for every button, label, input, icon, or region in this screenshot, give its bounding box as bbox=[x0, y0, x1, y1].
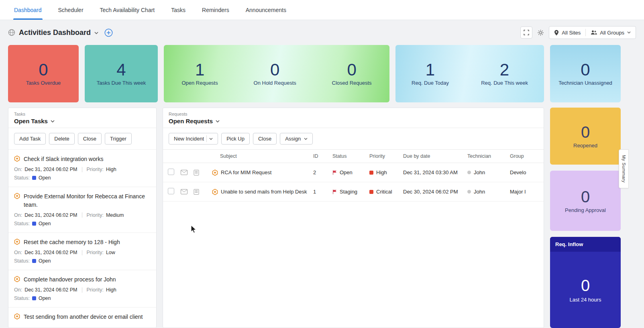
technician-column-header[interactable]: Technician bbox=[465, 150, 507, 163]
on-label: On: bbox=[14, 287, 22, 293]
open-requests-value: 1 bbox=[195, 61, 204, 78]
subject-column-header[interactable]: Subject bbox=[210, 150, 311, 163]
request-id: 1 bbox=[311, 182, 330, 202]
row-checkbox[interactable] bbox=[168, 169, 174, 175]
header-actions: All Sites All Groups bbox=[520, 26, 636, 39]
request-group: Major I bbox=[507, 182, 544, 202]
mail-icon[interactable] bbox=[181, 189, 189, 194]
request-row[interactable]: RCA for MIM Request 2 Open High bbox=[163, 163, 544, 182]
priority-column-header[interactable]: Priority bbox=[367, 150, 401, 163]
mail-icon[interactable] bbox=[181, 170, 189, 175]
add-dashboard-button[interactable] bbox=[104, 29, 113, 37]
req-due-week-label: Req. Due This week bbox=[481, 80, 528, 86]
status-open-icon bbox=[32, 176, 36, 180]
reopened-value: 0 bbox=[581, 124, 590, 140]
all-groups-filter[interactable]: All Groups bbox=[586, 26, 636, 39]
task-icon bbox=[14, 238, 20, 245]
settings-gear-icon[interactable] bbox=[537, 29, 544, 36]
task-title: Reset the cache memory to 128 - High bbox=[24, 238, 120, 246]
group-column-header[interactable]: Group bbox=[507, 150, 544, 163]
open-requests-label: Open Requests bbox=[181, 80, 218, 86]
task-date: Dec 31, 2024 06:02 PM bbox=[24, 212, 77, 218]
page-title: Activities Dashboard bbox=[19, 29, 91, 37]
stat-onhold-requests[interactable]: 0 On Hold Requests bbox=[236, 61, 314, 86]
tasks-overdue-label: Tasks Overdue bbox=[26, 80, 61, 86]
task-icon bbox=[14, 193, 20, 199]
task-item[interactable]: Provide External Monitor for Rebecca at … bbox=[8, 187, 156, 232]
due-column-header[interactable]: Due by date bbox=[401, 150, 465, 163]
task-item[interactable]: Complete handover process for John On: D… bbox=[8, 270, 156, 307]
request-row[interactable]: Unable to send mails from Help Desk 1 St… bbox=[163, 182, 544, 202]
stat-card-reopened[interactable]: 0 Reopened bbox=[550, 108, 621, 165]
stat-closed-requests[interactable]: 0 Closed Requests bbox=[314, 61, 389, 86]
stat-card-requests-due[interactable]: 1 Req. Due Today 2 Req. Due This week bbox=[395, 45, 544, 102]
all-sites-filter[interactable]: All Sites bbox=[549, 26, 585, 39]
add-task-button[interactable]: Add Task bbox=[14, 133, 46, 145]
priority-icon bbox=[369, 190, 373, 194]
mail-column-header bbox=[178, 150, 191, 163]
request-subject[interactable]: Unable to send mails from Help Desk bbox=[221, 189, 307, 195]
task-status-value: Open bbox=[39, 221, 51, 226]
stat-card-pending-approval[interactable]: 0 Pending Approval bbox=[550, 171, 621, 231]
requests-panel-title-dropdown[interactable]: Open Requests bbox=[169, 118, 538, 124]
request-subject[interactable]: RCA for MIM Request bbox=[221, 169, 271, 175]
tab-tech-availability-chart[interactable]: Tech Availability Chart bbox=[100, 0, 155, 20]
priority-label: Priority: bbox=[87, 212, 104, 218]
requests-table-header-row: Subject ID Status Priority Due by date T… bbox=[163, 150, 544, 163]
reopened-label: Reopened bbox=[573, 143, 597, 149]
notes-icon[interactable] bbox=[194, 170, 207, 175]
row-checkbox[interactable] bbox=[168, 188, 174, 194]
stat-card-technician-unassigned[interactable]: 0 Technician Unassigned bbox=[550, 45, 621, 102]
stat-req-due-week[interactable]: 2 Req. Due This week bbox=[465, 61, 544, 86]
stat-card-requests-summary[interactable]: 1 Open Requests 0 On Hold Requests 0 Clo… bbox=[164, 45, 389, 102]
stat-card-tasks-overdue[interactable]: 0 Tasks Overdue bbox=[8, 45, 79, 102]
request-status: Open bbox=[340, 169, 353, 175]
stat-req-due-today[interactable]: 1 Req. Due Today bbox=[395, 61, 465, 86]
trigger-task-button[interactable]: Trigger bbox=[105, 133, 132, 145]
site-group-filter: All Sites All Groups bbox=[549, 26, 636, 39]
requests-toolbar: New Incident Pick Up Close Assign bbox=[163, 128, 544, 149]
delete-task-button[interactable]: Delete bbox=[49, 133, 75, 145]
new-incident-button[interactable]: New Incident bbox=[169, 133, 218, 145]
stat-card-req-inflow[interactable]: Req. Inflow 0 Last 24 hours bbox=[550, 237, 621, 328]
button-divider bbox=[206, 135, 207, 142]
on-label: On: bbox=[14, 212, 22, 218]
status-open-icon bbox=[32, 222, 36, 226]
request-priority: High bbox=[376, 169, 387, 175]
tab-dashboard[interactable]: Dashboard bbox=[14, 0, 42, 20]
tasks-overdue-value: 0 bbox=[39, 61, 48, 78]
fullscreen-button[interactable] bbox=[520, 26, 532, 39]
stat-card-tasks-due-week[interactable]: 4 Tasks Due This week bbox=[85, 45, 158, 102]
tab-reminders[interactable]: Reminders bbox=[202, 0, 229, 20]
chevron-down-icon bbox=[209, 138, 213, 140]
tab-tasks[interactable]: Tasks bbox=[171, 0, 185, 20]
close-request-button[interactable]: Close bbox=[253, 133, 277, 145]
tab-announcements[interactable]: Announcements bbox=[246, 0, 286, 20]
task-list: Check if Slack integration works On: Dec… bbox=[8, 149, 156, 327]
request-icon bbox=[212, 169, 218, 176]
my-summary-tab[interactable]: My Summary bbox=[619, 149, 629, 188]
stat-open-requests[interactable]: 1 Open Requests bbox=[164, 61, 236, 86]
assign-button[interactable]: Assign bbox=[280, 133, 313, 145]
tasks-panel-title-dropdown[interactable]: Open Tasks bbox=[14, 118, 151, 124]
tech-unassigned-label: Technician Unassigned bbox=[558, 80, 612, 86]
dashboard-selector-chevron-icon[interactable] bbox=[94, 31, 98, 34]
close-task-button[interactable]: Close bbox=[78, 133, 102, 145]
id-column-header[interactable]: ID bbox=[311, 150, 330, 163]
tab-scheduler[interactable]: Scheduler bbox=[58, 0, 84, 20]
flag-icon bbox=[332, 189, 337, 194]
status-column-header[interactable]: Status bbox=[330, 150, 367, 163]
notes-icon[interactable] bbox=[194, 189, 207, 195]
new-incident-label: New Incident bbox=[174, 136, 204, 142]
notes-column-header bbox=[191, 150, 210, 163]
task-item[interactable]: Test sending from another device or emai… bbox=[8, 307, 156, 327]
req-inflow-label: Last 24 hours bbox=[570, 297, 601, 303]
tasks-panel-title: Open Tasks bbox=[14, 118, 48, 124]
task-item[interactable]: Check if Slack integration works On: Dec… bbox=[8, 149, 156, 187]
task-status-value: Open bbox=[39, 258, 51, 264]
status-label: Status: bbox=[14, 175, 30, 181]
open-tasks-panel: Tasks Open Tasks Add Task Delete Close T… bbox=[8, 108, 157, 328]
pick-up-button[interactable]: Pick Up bbox=[221, 133, 250, 145]
task-date: Dec 31, 2024 06:02 PM bbox=[24, 287, 77, 293]
task-item[interactable]: Reset the cache memory to 128 - High On:… bbox=[8, 232, 156, 270]
